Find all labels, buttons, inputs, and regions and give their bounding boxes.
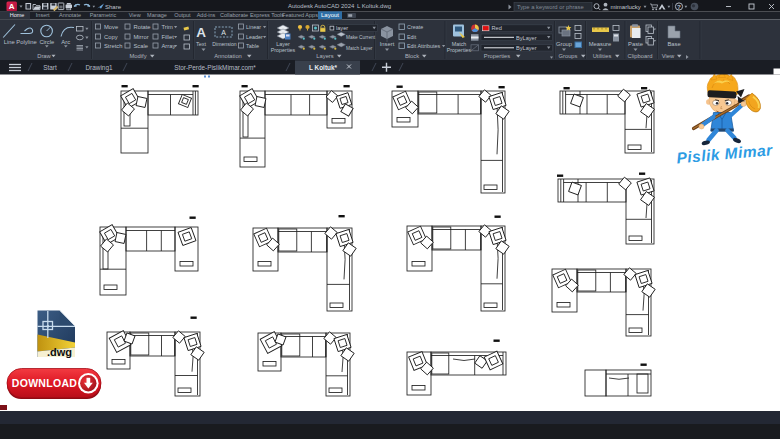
svg-text:Table: Table [246, 43, 259, 49]
svg-text:Layout: Layout [321, 12, 339, 18]
svg-text:Layers: Layers [316, 53, 334, 59]
svg-text:Match: Match [452, 41, 467, 47]
svg-text:Polyline: Polyline [16, 39, 36, 45]
svg-text:Copy: Copy [104, 34, 118, 40]
svg-text:Utilities: Utilities [593, 53, 612, 59]
svg-text:Text: Text [196, 41, 207, 47]
svg-text:Base: Base [667, 41, 680, 47]
svg-text:Array: Array [162, 43, 176, 49]
svg-text:Pislik Mimar: Pislik Mimar [676, 141, 774, 166]
svg-text:Insert: Insert [380, 41, 395, 47]
svg-text:A: A [221, 29, 226, 36]
svg-text:Insert: Insert [36, 12, 50, 18]
svg-text:Edit Attributes: Edit Attributes [407, 43, 441, 49]
svg-text:Make Current: Make Current [346, 35, 376, 40]
svg-text:Annotate: Annotate [59, 12, 81, 18]
svg-text:Stor-Perde-PislikMimar.com*: Stor-Perde-PislikMimar.com* [174, 64, 256, 71]
svg-text:L Koltuk.dwg: L Koltuk.dwg [357, 3, 391, 9]
svg-text:View: View [662, 53, 675, 59]
svg-text:Create: Create [407, 24, 423, 30]
svg-text:mimarlucky: mimarlucky [611, 4, 641, 10]
svg-text:Group: Group [556, 41, 572, 47]
svg-text:ByLayer: ByLayer [516, 45, 537, 51]
svg-text:Annotation: Annotation [214, 53, 242, 59]
svg-text:?: ? [677, 3, 681, 10]
svg-text:DOWNLOAD: DOWNLOAD [12, 377, 78, 389]
svg-text:Match Layer: Match Layer [346, 46, 373, 51]
svg-text:layer: layer [336, 25, 348, 31]
svg-text:Linear: Linear [246, 24, 261, 30]
svg-text:Line: Line [4, 39, 15, 45]
svg-text:Modify: Modify [129, 53, 146, 59]
svg-text:L Koltuk*: L Koltuk* [309, 64, 337, 71]
svg-text:Dimension: Dimension [212, 41, 237, 47]
svg-text:Featured Apps: Featured Apps [282, 12, 318, 18]
svg-text:Clipboard: Clipboard [628, 53, 653, 59]
svg-text:Edit: Edit [407, 34, 417, 40]
svg-text:Properties: Properties [447, 47, 472, 53]
svg-text:Autodesk AutoCAD 2024: Autodesk AutoCAD 2024 [288, 3, 355, 9]
svg-text:Mirror: Mirror [134, 34, 149, 40]
svg-text:Leader: Leader [246, 34, 263, 40]
svg-text:.dwg: .dwg [47, 346, 72, 358]
svg-text:Layer: Layer [276, 41, 290, 47]
svg-text:Paste: Paste [628, 41, 643, 47]
svg-text:Parametric: Parametric [90, 12, 117, 18]
svg-text:Output: Output [174, 12, 191, 18]
svg-text:Home: Home [10, 12, 25, 18]
svg-text:Share: Share [105, 4, 122, 10]
svg-text:Rotate: Rotate [134, 24, 151, 30]
svg-text:Red: Red [492, 25, 502, 31]
svg-text:Manage: Manage [147, 12, 167, 18]
svg-text:Move: Move [104, 24, 118, 30]
svg-text:Start: Start [43, 64, 57, 71]
svg-text:Fillet: Fillet [162, 34, 175, 40]
svg-text:Collaborate: Collaborate [220, 12, 248, 18]
svg-text:Scale: Scale [134, 43, 149, 49]
svg-text:Measure: Measure [589, 41, 612, 47]
svg-text:Trim: Trim [162, 24, 174, 30]
svg-text:Type a keyword or phrase: Type a keyword or phrase [517, 4, 584, 10]
svg-text:Properties: Properties [271, 47, 296, 53]
svg-text:View: View [129, 12, 141, 18]
svg-text:Add-ins: Add-ins [197, 12, 216, 18]
svg-text:Express Tools: Express Tools [250, 12, 284, 18]
svg-text:Circle: Circle [39, 39, 54, 45]
svg-text:ByLayer: ByLayer [516, 35, 537, 41]
svg-text:Arc: Arc [61, 39, 70, 45]
svg-text:A: A [9, 2, 15, 11]
svg-text:Groups: Groups [558, 53, 577, 59]
svg-text:Properties: Properties [484, 53, 511, 59]
svg-text:Block: Block [405, 53, 419, 59]
svg-text:A: A [196, 25, 206, 40]
svg-text:Draw: Draw [37, 53, 51, 59]
svg-text:Drawing1: Drawing1 [86, 64, 113, 72]
svg-text:Stretch: Stretch [104, 43, 122, 49]
